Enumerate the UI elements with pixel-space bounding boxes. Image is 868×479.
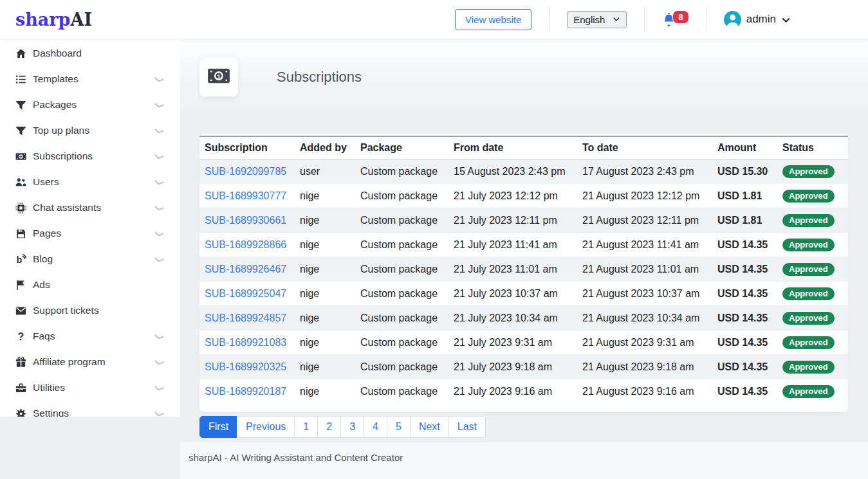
user-menu[interactable]: admin — [724, 11, 791, 28]
cell-amount: USD 14.35 — [712, 257, 777, 282]
topbar-actions: View website English 8 admin — [455, 7, 791, 32]
table-header-row: Subscription Added by Package From date … — [199, 136, 848, 159]
page-button-3[interactable]: 3 — [340, 416, 364, 438]
col-to-date: To date — [577, 136, 712, 159]
sidebar-item-utilities[interactable]: Utilities — [0, 375, 180, 401]
cell-subscription: SUB-1689920187 — [199, 379, 295, 404]
page-button-1[interactable]: 1 — [294, 416, 318, 438]
cell-subscription: SUB-1689928866 — [199, 233, 295, 257]
cell-amount: USD 1.81 — [712, 208, 777, 233]
cell-from-date: 21 July 2023 10:34 am — [448, 306, 577, 330]
cell-subscription: SUB-1689920325 — [199, 355, 295, 379]
status-badge: Approved — [782, 361, 835, 374]
cell-to-date: 21 August 2023 11:01 am — [577, 257, 712, 282]
cell-subscription: SUB-1689930777 — [199, 184, 295, 208]
brand-secondary: AI — [70, 10, 92, 30]
sidebar-item-chat-assistants[interactable]: Chat assistants — [0, 195, 180, 221]
sidebar-item-top-up-plans[interactable]: Top up plans — [0, 118, 180, 143]
sidebar-item-packages[interactable]: Packages — [0, 92, 180, 118]
admin-app: sharpAI View website English 8 admin — [0, 0, 868, 479]
cell-from-date: 15 August 2023 2:43 pm — [448, 159, 577, 184]
content-area: Subscription Added by Package From date … — [180, 116, 868, 442]
sidebar-item-affiliate-program[interactable]: Affiliate program — [0, 349, 180, 375]
subscription-link[interactable]: SUB-1689920187 — [205, 386, 286, 397]
page-button-last[interactable]: Last — [448, 416, 486, 438]
sidebar-item-pages[interactable]: Pages — [0, 221, 180, 246]
cash-icon: 1 — [15, 151, 26, 162]
chip-icon — [15, 203, 26, 213]
cell-amount: USD 14.35 — [712, 379, 777, 404]
divider — [706, 7, 706, 32]
mail-icon — [15, 305, 26, 316]
home-icon — [15, 48, 26, 59]
sidebar-item-subscriptions[interactable]: 1 Subscriptions — [0, 143, 180, 169]
cell-package: Custom package — [355, 159, 448, 184]
chevron-down-icon — [154, 357, 163, 367]
page-button-previous[interactable]: Previous — [237, 416, 295, 438]
language-select[interactable]: English — [567, 11, 627, 28]
page-head: 1 Subscriptions — [180, 39, 868, 96]
sidebar-item-support-tickets[interactable]: Support tickets — [0, 298, 180, 323]
chevron-down-icon — [154, 75, 163, 84]
cell-status: Approved — [777, 184, 848, 208]
cell-to-date: 21 August 2023 12:11 pm — [577, 208, 712, 233]
cell-amount: USD 14.35 — [712, 330, 777, 355]
question-icon: ? — [15, 331, 26, 342]
sidebar-item-dashboard[interactable]: Dashboard — [0, 41, 180, 66]
page-button-2[interactable]: 2 — [317, 416, 341, 438]
view-website-button[interactable]: View website — [455, 9, 531, 30]
page-button-4[interactable]: 4 — [364, 416, 387, 438]
list-icon — [15, 74, 26, 85]
cell-from-date: 21 July 2023 10:37 am — [448, 282, 577, 306]
page-button-next[interactable]: Next — [410, 416, 449, 438]
cell-from-date: 21 July 2023 12:12 pm — [448, 184, 577, 208]
cell-status: Approved — [777, 208, 848, 233]
col-status: Status — [777, 136, 848, 159]
chevron-down-icon — [154, 409, 163, 417]
table-row: SUB-1689925047 nige Custom package 21 Ju… — [199, 282, 848, 306]
subscription-link[interactable]: SUB-1692099785 — [205, 166, 286, 177]
cell-added-by: nige — [295, 330, 355, 355]
notifications-button[interactable]: 8 — [662, 13, 688, 26]
chevron-down-icon — [154, 126, 163, 136]
cell-added-by: nige — [295, 379, 355, 404]
brand-logo[interactable]: sharpAI — [0, 10, 92, 30]
subscription-link[interactable]: SUB-1689930777 — [205, 190, 286, 201]
main-content: 1 Subscriptions Subscription Added by — [180, 39, 868, 479]
sidebar-item-ads[interactable]: Ads — [0, 272, 180, 298]
cell-added-by: nige — [295, 233, 355, 257]
cell-to-date: 21 August 2023 9:31 am — [577, 330, 712, 355]
subscription-link[interactable]: SUB-1689920325 — [205, 361, 286, 372]
subscription-link[interactable]: SUB-1689921083 — [205, 337, 286, 348]
chevron-down-icon — [154, 383, 163, 393]
cell-amount: USD 1.81 — [712, 184, 777, 208]
save-icon — [15, 228, 26, 239]
cell-status: Approved — [777, 282, 848, 306]
subscription-link[interactable]: SUB-1689924857 — [205, 312, 286, 323]
subscription-link[interactable]: SUB-1689925047 — [205, 288, 286, 299]
page-button-first[interactable]: First — [199, 416, 237, 438]
cell-package: Custom package — [355, 257, 448, 282]
cell-from-date: 21 July 2023 11:41 am — [448, 233, 577, 257]
page-button-5[interactable]: 5 — [387, 416, 411, 438]
subscriptions-table-card: Subscription Added by Package From date … — [199, 134, 848, 412]
cell-subscription: SUB-1689921083 — [199, 330, 295, 355]
cell-package: Custom package — [355, 233, 448, 257]
sidebar-item-blog[interactable]: b Blog — [0, 246, 180, 272]
cell-amount: USD 14.35 — [712, 355, 777, 379]
table-row: SUB-1689930661 nige Custom package 21 Ju… — [199, 208, 848, 233]
subscription-link[interactable]: SUB-1689928866 — [205, 239, 286, 250]
subscription-link[interactable]: SUB-1689930661 — [205, 215, 286, 226]
cell-subscription: SUB-1689926467 — [199, 257, 295, 282]
chevron-down-icon — [154, 203, 163, 213]
sidebar-item-users[interactable]: Users — [0, 169, 180, 195]
sidebar-item-faqs[interactable]: ? Faqs — [0, 323, 180, 349]
chevron-down-icon — [154, 152, 163, 161]
cell-from-date: 21 July 2023 9:31 am — [448, 330, 577, 355]
cell-package: Custom package — [355, 306, 448, 330]
subscription-link[interactable]: SUB-1689926467 — [205, 264, 286, 275]
gift-icon — [15, 357, 26, 368]
sidebar-item-templates[interactable]: Templates — [0, 66, 180, 92]
sidebar-item-settings[interactable]: Settings — [0, 401, 180, 417]
cell-added-by: nige — [295, 282, 355, 306]
